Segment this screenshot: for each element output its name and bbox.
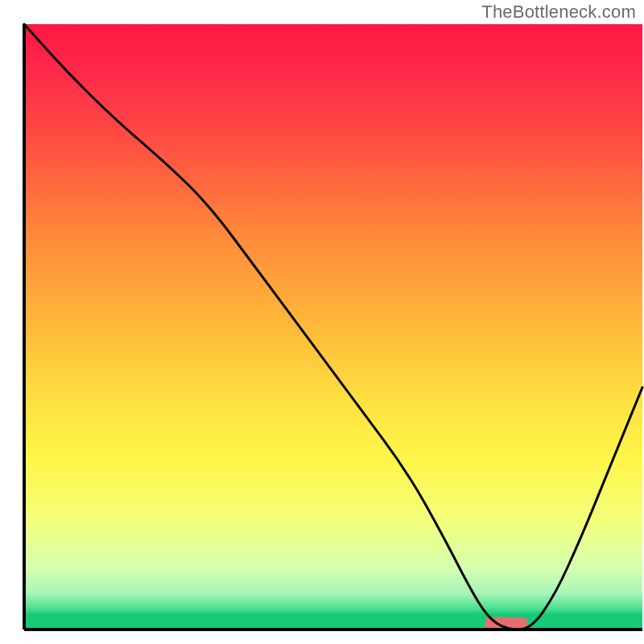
bottleneck-chart	[0, 0, 644, 644]
chart-container: TheBottleneck.com	[0, 0, 644, 644]
gradient-background	[24, 24, 642, 630]
